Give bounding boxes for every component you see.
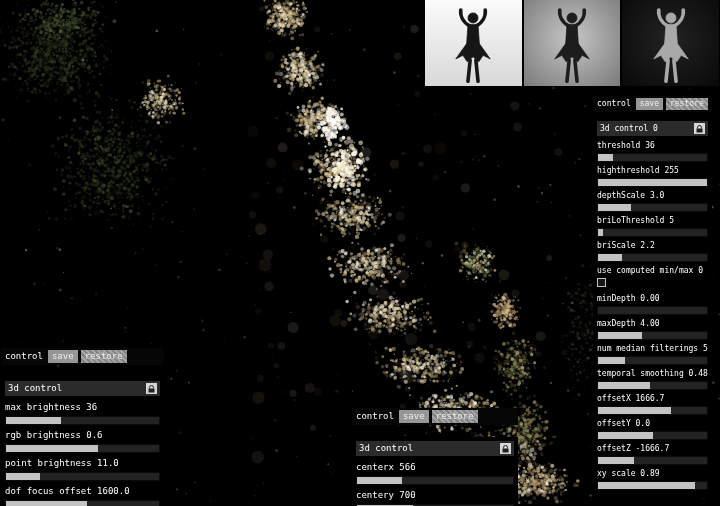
panel-title-label: 3d control <box>8 383 62 394</box>
lock-icon[interactable] <box>146 383 157 394</box>
toggle-row: use computed min/max 0 <box>597 266 708 290</box>
slider-row: xy scale 0.89 <box>597 469 708 490</box>
slider-row: num median filterings 5 <box>597 344 708 365</box>
slider-label: xy scale 0.89 <box>597 469 708 479</box>
slider-fill <box>598 332 642 339</box>
slider-track[interactable] <box>597 431 708 440</box>
slider-label: point brightness 11.0 <box>5 458 160 469</box>
restore-button[interactable]: restore <box>432 410 478 423</box>
slider-row: briLoThreshold 5 <box>597 216 708 237</box>
slider-track[interactable] <box>5 444 160 453</box>
slider-track[interactable] <box>5 500 160 506</box>
panel-header: controlsaverestore <box>1 348 164 365</box>
slider-fill <box>598 154 613 161</box>
camera-preview-strip <box>425 0 719 86</box>
lock-icon[interactable] <box>500 443 511 454</box>
slider-label: maxDepth 4.00 <box>597 319 708 329</box>
slider-fill <box>598 432 653 439</box>
slider-track[interactable] <box>597 253 708 262</box>
preview-thumbnail-1 <box>425 0 522 86</box>
slider-fill <box>598 382 650 389</box>
slider-row: minDepth 0.00 <box>597 294 708 315</box>
restore-button[interactable]: restore <box>666 98 708 110</box>
slider-fill <box>598 229 603 236</box>
slider-label: briLoThreshold 5 <box>597 216 708 226</box>
slider-fill <box>598 482 695 489</box>
slider-track[interactable] <box>597 406 708 415</box>
slider-label: rgb brightness 0.6 <box>5 430 160 441</box>
dancer-silhouette-icon <box>437 6 509 86</box>
slider-label: offsetX 1666.7 <box>597 394 708 404</box>
slider-track[interactable] <box>597 481 708 490</box>
slider-row: temporal smoothing 0.48 <box>597 369 708 390</box>
slider-track[interactable] <box>597 331 708 340</box>
slider-track[interactable] <box>356 476 514 485</box>
save-button[interactable]: save <box>48 350 78 363</box>
slider-label: num median filterings 5 <box>597 344 708 354</box>
slider-label: briScale 2.2 <box>597 241 708 251</box>
panel-3d-control-center: controlsaverestore3d controlcenterx 566c… <box>352 408 518 506</box>
slider-fill <box>6 473 40 480</box>
slider-row: centery 700 <box>356 490 514 506</box>
save-button[interactable]: save <box>399 410 429 423</box>
slider-fill <box>598 407 671 414</box>
slider-label: minDepth 0.00 <box>597 294 708 304</box>
slider-track[interactable] <box>597 456 708 465</box>
control-label: control <box>354 411 396 422</box>
restore-button[interactable]: restore <box>81 350 127 363</box>
control-label: control <box>3 351 45 362</box>
slider-row: briScale 2.2 <box>597 241 708 262</box>
dancer-silhouette-icon <box>536 6 608 86</box>
slider-row: maxDepth 4.00 <box>597 319 708 340</box>
slider-track[interactable] <box>597 306 708 315</box>
slider-row: dof focus offset 1600.0 <box>5 486 160 506</box>
slider-track[interactable] <box>5 416 160 425</box>
slider-track[interactable] <box>5 472 160 481</box>
slider-label: temporal smoothing 0.48 <box>597 369 708 379</box>
slider-track[interactable] <box>597 228 708 237</box>
slider-track[interactable] <box>597 178 708 187</box>
panel-title-bar: 3d control <box>356 441 514 456</box>
toggle-label: use computed min/max 0 <box>597 266 708 276</box>
slider-label: dof focus offset 1600.0 <box>5 486 160 497</box>
slider-row: offsetY 0.0 <box>597 419 708 440</box>
slider-fill <box>357 477 402 484</box>
lock-icon[interactable] <box>694 123 705 134</box>
slider-label: centerx 566 <box>356 462 514 473</box>
slider-row: max brightness 36 <box>5 402 160 425</box>
slider-row: centerx 566 <box>356 462 514 485</box>
panel-body: 3d control 0threshold 36highthreshold 25… <box>593 118 712 497</box>
slider-track[interactable] <box>597 203 708 212</box>
panel-body: 3d controlcenterx 566centery 700 <box>352 437 518 506</box>
control-label: control <box>595 99 633 109</box>
slider-row: highthreshold 255 <box>597 166 708 187</box>
slider-track[interactable] <box>597 381 708 390</box>
panel-title-bar: 3d control 0 <box>597 121 708 136</box>
slider-track[interactable] <box>597 356 708 365</box>
panel-header: controlsaverestore <box>593 96 712 112</box>
slider-label: offsetY 0.0 <box>597 419 708 429</box>
toggle-checkbox[interactable] <box>597 278 606 287</box>
slider-label: highthreshold 255 <box>597 166 708 176</box>
preview-thumbnail-3 <box>622 0 719 86</box>
slider-label: offsetZ -1666.7 <box>597 444 708 454</box>
slider-fill <box>598 457 634 464</box>
slider-label: max brightness 36 <box>5 402 160 413</box>
slider-row: depthScale 3.0 <box>597 191 708 212</box>
slider-row: offsetX 1666.7 <box>597 394 708 415</box>
save-button[interactable]: save <box>636 98 663 110</box>
slider-track[interactable] <box>597 153 708 162</box>
slider-label: threshold 36 <box>597 141 708 151</box>
slider-fill <box>6 501 87 506</box>
panel-header: controlsaverestore <box>352 408 518 425</box>
slider-fill <box>598 357 625 364</box>
slider-label: centery 700 <box>356 490 514 501</box>
dancer-silhouette-icon <box>635 6 707 86</box>
slider-row: rgb brightness 0.6 <box>5 430 160 453</box>
slider-fill <box>598 204 631 211</box>
slider-row: threshold 36 <box>597 141 708 162</box>
slider-row: point brightness 11.0 <box>5 458 160 481</box>
preview-thumbnail-2 <box>524 0 621 86</box>
slider-fill <box>598 179 707 186</box>
slider-label: depthScale 3.0 <box>597 191 708 201</box>
